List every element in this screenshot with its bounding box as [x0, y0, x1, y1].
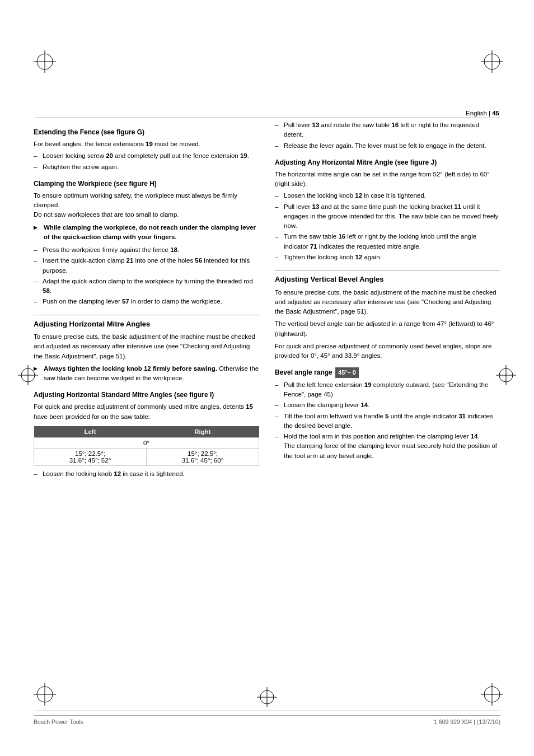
list-item: Press the workpiece firmly against the f… — [34, 245, 259, 255]
bevel-range-title: Bevel angle range 45°– 0 — [275, 367, 500, 378]
list-item: Adapt the quick-action clamp to the work… — [34, 277, 259, 296]
two-column-layout: Extending the Fence (see figure G) For b… — [34, 120, 500, 482]
horiz-mitre-warning-list: Always tighten the locking knob 12 firml… — [34, 364, 259, 384]
footer-rule — [35, 711, 499, 711]
std-mitre-steps: Loosen the locking knob 12 in case it is… — [34, 469, 259, 479]
vert-bevel-title: Adjusting Vertical Bevel Angles — [275, 270, 500, 285]
section-vert-bevel: Adjusting Vertical Bevel Angles To ensur… — [275, 270, 500, 461]
list-item: Loosen locking screw 20 and completely p… — [34, 151, 259, 161]
clamping-body: To ensure optimum working safety, the wo… — [34, 191, 259, 220]
clamping-warning: While clamping the workpiece, do not rea… — [34, 223, 259, 242]
list-item: Push on the clamping lever 57 in order t… — [34, 297, 259, 306]
extending-fence-title: Extending the Fence (see figure G) — [34, 127, 259, 137]
reg-mark-bot-right — [478, 680, 506, 708]
reg-mark-top-left — [31, 48, 59, 76]
list-item: Tilt the tool arm leftward via handle 5 … — [275, 412, 500, 431]
std-mitre-body: For quick and precise adjustment of comm… — [34, 402, 259, 422]
clamping-title: Clamping the Workpiece (see figure H) — [34, 179, 259, 189]
section-horiz-mitre: Adjusting Horizontal Mitre Angles To ens… — [34, 315, 259, 384]
language-label: English — [466, 110, 487, 116]
right-column: Pull lever 13 and rotate the saw table 1… — [275, 120, 500, 482]
header-bar: English | 45 — [466, 110, 499, 116]
list-item: Pull lever 13 and at the same time push … — [275, 202, 500, 231]
table-cell-right-angles: 15°; 22.5°;31.6°; 45°; 60° — [147, 448, 259, 465]
clamping-warning-list: While clamping the workpiece, do not rea… — [34, 223, 259, 242]
reg-mark-bot-left — [31, 680, 59, 708]
any-horiz-body: The horizontal mitre angle can be set in… — [275, 170, 500, 189]
list-item: Loosen the locking knob 12 in case it is… — [34, 469, 259, 479]
bevel-range-steps: Pull the left fence extension 19 complet… — [275, 380, 500, 461]
list-item: Loosen the clamping lever 14. — [275, 400, 500, 410]
section-extending-fence: Extending the Fence (see figure G) For b… — [34, 127, 259, 172]
table-cell-zero: 0° — [34, 437, 259, 448]
page: English | 45 Extending the Fence (see fi… — [0, 0, 534, 756]
left-column: Extending the Fence (see figure G) For b… — [34, 120, 259, 482]
list-item: Retighten the screw again. — [34, 162, 259, 172]
section-std-mitre: Adjusting Horizontal Standard Mitre Angl… — [34, 390, 259, 479]
list-item: Turn the saw table 16 left or right by t… — [275, 232, 500, 251]
vert-bevel-body2: The vertical bevel angle can be adjusted… — [275, 319, 500, 339]
section-any-horiz: Adjusting Any Horizontal Mitre Angle (se… — [275, 157, 500, 262]
horiz-mitre-title: Adjusting Horizontal Mitre Angles — [34, 315, 259, 330]
list-item: Pull the left fence extension 19 complet… — [275, 380, 500, 400]
table-cell-left-angles: 15°; 22.5°;31.6°; 45°; 52° — [34, 448, 147, 465]
mitre-angle-table: Left Right 0° 15°; 22.5°;31.6°; 45°; 52°… — [34, 426, 259, 466]
extending-fence-list: Loosen locking screw 20 and completely p… — [34, 151, 259, 172]
reg-mark-bot-center — [256, 686, 278, 708]
vert-bevel-body1: To ensure precise cuts, the basic adjust… — [275, 288, 500, 317]
list-item: Release the lever again. The lever must … — [275, 141, 500, 151]
section-clamping: Clamping the Workpiece (see figure H) To… — [34, 179, 259, 307]
footer-right: 1 609 929 X04 | (13/7/10) — [434, 718, 500, 725]
any-horiz-title: Adjusting Any Horizontal Mitre Angle (se… — [275, 157, 500, 167]
continuation-list: Pull lever 13 and rotate the saw table 1… — [275, 120, 500, 151]
clamping-steps: Press the workpiece firmly against the f… — [34, 245, 259, 307]
content-area: Extending the Fence (see figure G) For b… — [34, 120, 500, 683]
list-item: Insert the quick-action clamp 21 into on… — [34, 256, 259, 276]
page-number: 45 — [492, 110, 499, 116]
list-item: Pull lever 13 and rotate the saw table 1… — [275, 120, 500, 140]
list-item: Loosen the locking knob 12 in case it is… — [275, 191, 500, 200]
std-mitre-title: Adjusting Horizontal Standard Mitre Angl… — [34, 390, 259, 400]
any-horiz-steps: Loosen the locking knob 12 in case it is… — [275, 191, 500, 262]
list-item: Hold the tool arm in this position and r… — [275, 432, 500, 461]
reg-mark-top-right — [478, 48, 506, 76]
table-header-right: Right — [147, 426, 259, 438]
bevel-range-highlight: 45°– 0 — [335, 367, 359, 378]
footer-left: Bosch Power Tools — [34, 718, 83, 725]
extending-fence-body: For bevel angles, the fence extensions 1… — [34, 139, 259, 149]
header-rule — [35, 118, 499, 118]
footer: Bosch Power Tools 1 609 929 X04 | (13/7/… — [34, 715, 500, 725]
table-header-left: Left — [34, 426, 147, 438]
list-item: Tighten the locking knob 12 again. — [275, 253, 500, 262]
horiz-mitre-warning: Always tighten the locking knob 12 firml… — [34, 364, 259, 384]
horiz-mitre-body: To ensure precise cuts, the basic adjust… — [34, 332, 259, 361]
vert-bevel-body3: For quick and precise adjustment of comm… — [275, 342, 500, 361]
bevel-range-subsection: Bevel angle range 45°– 0 Pull the left f… — [275, 367, 500, 461]
